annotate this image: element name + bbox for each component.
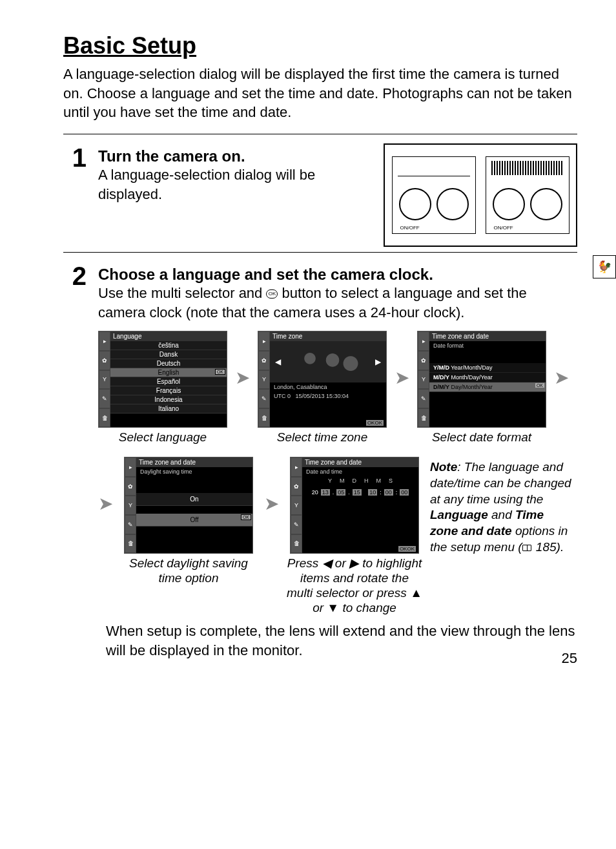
screens-row-1: ▸✿Y✎🗑 Language čeština Dansk Deutsch Eng… <box>98 331 577 445</box>
tz-city: London, Casablanca <box>270 383 386 392</box>
page-title: Basic Setup <box>63 32 577 59</box>
dst-option: On <box>136 493 252 506</box>
dt-labels: YMD HMS <box>302 476 418 485</box>
screen-subtitle: Date and time <box>302 467 418 476</box>
screen-title: Time zone <box>270 331 386 341</box>
screen-date-format: ▸✿Y✎🗑 Time zone and date Date format Y/M… <box>417 331 546 428</box>
screen-timezone: ▸✿Y✎🗑 Time zone ◀▶ London, Casablanca UT… <box>258 331 387 428</box>
page-content: Basic Setup A language-selection dialog … <box>0 0 616 686</box>
format-option: Y/M/D Year/Month/Day <box>429 363 546 373</box>
format-option: M/D/Y Month/Day/Year <box>429 373 546 383</box>
ok-button-icon: OK <box>266 289 278 299</box>
lang-option: Indonesia <box>110 395 227 404</box>
page-number: 25 <box>562 650 577 667</box>
arrow-right-icon: ➤ <box>554 367 569 388</box>
ok-indicator: OKOK <box>366 420 384 426</box>
step-1-heading: Turn the camera on. <box>98 147 371 165</box>
lang-option: Italiano <box>110 404 227 414</box>
camera-illustration: ON/OFF ON/OFF <box>384 143 577 247</box>
divider <box>63 252 577 253</box>
lang-option: Français <box>110 386 227 395</box>
note-block: Note: The language and date/time can be … <box>430 457 572 555</box>
format-option-selected: D/M/Y Day/Month/YearOK <box>429 383 546 392</box>
step-2-text: Use the multi selector and OK button to … <box>98 284 577 322</box>
lang-option: Español <box>110 377 227 386</box>
screen-title: Time zone and date <box>429 331 546 341</box>
lang-option: čeština <box>110 341 227 350</box>
screen-title: Language <box>110 331 227 341</box>
intro-paragraph: A language-selection dialog will be disp… <box>63 65 577 122</box>
tz-info: UTC 0 15/05/2013 15:30:04 <box>270 392 386 401</box>
step-2: 2 Choose a language and set the camera c… <box>63 262 577 615</box>
screen-title: Time zone and date <box>136 457 252 467</box>
step-number: 1 <box>63 145 87 171</box>
step-number: 2 <box>63 263 87 289</box>
caption-language: Select language <box>119 430 207 445</box>
onoff-label: ON/OFF <box>494 225 513 231</box>
screens-row-2: ➤ ▸✿Y✎🗑 Time zone and date Daylight savi… <box>98 457 577 615</box>
lang-option: Deutsch <box>110 359 227 368</box>
book-icon <box>522 545 531 551</box>
note-lead: Note <box>430 460 457 474</box>
arrow-right-icon: ➤ <box>235 367 250 388</box>
dst-option-selected: OffOK <box>136 514 252 527</box>
step-1-text: A language-selection dialog will be disp… <box>98 165 371 204</box>
lang-option-selected: EnglishOK <box>110 368 227 377</box>
screen-subtitle: Daylight saving time <box>136 467 252 476</box>
arrow-right-icon: ➤ <box>98 493 113 514</box>
caption-timezone: Select time zone <box>277 430 367 445</box>
screen-title: Time zone and date <box>302 457 418 467</box>
step-2-heading: Choose a language and set the camera clo… <box>98 266 577 284</box>
screen-datetime: ▸✿Y✎🗑 Time zone and date Date and time Y… <box>290 457 419 554</box>
arrow-right-icon: ➤ <box>264 493 279 514</box>
step-1: 1 Turn the camera on. A language-selecti… <box>63 143 577 247</box>
arrow-right-icon: ➤ <box>395 367 409 388</box>
world-map: ◀▶ <box>270 341 386 383</box>
screen-subtitle: Date format <box>429 341 546 350</box>
screen-dst: ▸✿Y✎🗑 Time zone and date Daylight saving… <box>124 457 253 554</box>
closing-paragraph: When setup is complete, the lens will ex… <box>63 622 577 660</box>
caption-datetime: Press ◀ or ▶ to highlight items and rota… <box>287 556 422 615</box>
lang-option: Dansk <box>110 350 227 359</box>
divider <box>63 134 577 134</box>
onoff-label: ON/OFF <box>400 225 420 231</box>
caption-format: Select date format <box>432 430 531 445</box>
ok-indicator: OKOK <box>398 546 416 552</box>
caption-dst: Select daylight saving time option <box>121 556 256 586</box>
dt-values: 2013.05.15 10:00:00 <box>302 485 418 499</box>
screen-language: ▸✿Y✎🗑 Language čeština Dansk Deutsch Eng… <box>98 331 227 428</box>
